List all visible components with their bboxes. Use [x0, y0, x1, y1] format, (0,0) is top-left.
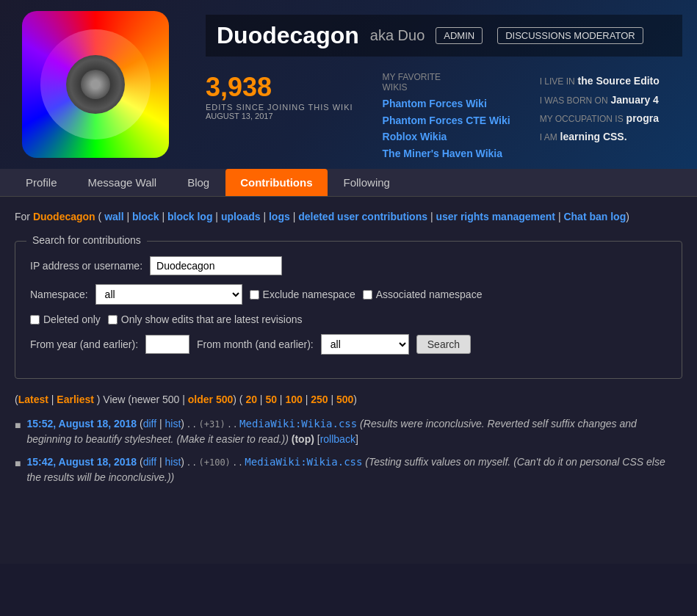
bullet-1: ■ [15, 418, 21, 433]
tab-following[interactable]: Following [329, 169, 405, 196]
latest-only-checkbox[interactable] [108, 315, 118, 325]
associated-namespace-label[interactable]: Associated namespace [363, 289, 483, 300]
earliest-link[interactable]: Earliest [57, 394, 94, 405]
aka-text: aka Duo [370, 27, 425, 44]
latest-only-label[interactable]: Only show edits that are latest revision… [108, 314, 303, 325]
for-label: For [15, 211, 30, 222]
from-year-input[interactable] [145, 335, 189, 354]
top-badge-1: (top) [292, 433, 314, 445]
link-deleted[interactable]: deleted user contributions [298, 211, 427, 222]
older-500-link[interactable]: older 500 [188, 394, 233, 405]
bio-born-label: I WAS BORN ON [540, 95, 608, 106]
links-row: For Duodecagon ( wall | block | block lo… [15, 208, 682, 226]
wiki-link-3[interactable]: Roblox Wikia [383, 128, 510, 145]
username-row: Duodecagon aka Duo ADMIN DISCUSSIONS MOD… [206, 15, 682, 57]
count-50-link[interactable]: 50 [265, 394, 277, 405]
namespace-label: Namespace: [30, 289, 88, 300]
admin-badge: ADMIN [436, 27, 483, 44]
link-user-rights[interactable]: user rights management [436, 211, 555, 222]
bio-occupation-value: progra [626, 112, 659, 124]
edits-date: AUGUST 13, 2017 [206, 112, 353, 120]
date-row: From year (and earlier): From month (and… [30, 334, 667, 355]
from-month-label: From month (and earlier): [197, 338, 314, 350]
content-area: For Duodecagon ( wall | block | block lo… [0, 197, 697, 564]
ip-input[interactable] [150, 256, 282, 275]
deleted-only-label[interactable]: Deleted only [30, 314, 101, 325]
link-logs[interactable]: logs [269, 211, 290, 222]
link-wall[interactable]: wall [104, 211, 123, 222]
edits-count: 3,938 [206, 72, 353, 103]
count-100-link[interactable]: 100 [285, 394, 302, 405]
results-list: ■ 15:52, August 18, 2018 (diff | hist) .… [15, 416, 682, 485]
bio-born-value: January 4 [610, 94, 658, 106]
wiki-link-4[interactable]: The Miner's Haven Wikia [383, 145, 510, 162]
associated-namespace-checkbox[interactable] [363, 290, 372, 300]
bio-iam: I AM learning CSS. [540, 128, 682, 146]
namespace-row: Namespace: all Exclude namespace Associa… [30, 284, 667, 305]
timestamp-2[interactable]: 15:42, August 18, 2018 [26, 456, 137, 468]
latest-only-text: Only show edits that are latest revision… [121, 314, 303, 325]
search-box-title: Search for contributions [26, 234, 147, 246]
file-link-2[interactable]: MediaWiki:Wikia.css [245, 456, 362, 468]
bio-live-label: I LIVE IN [540, 76, 575, 87]
associated-namespace-text: Associated namespace [376, 289, 483, 300]
diff-link-1[interactable]: diff [143, 418, 156, 430]
hist-link-2[interactable]: hist [165, 456, 181, 468]
username: Duodecagon [217, 22, 359, 49]
result-item-1: ■ 15:52, August 18, 2018 (diff | hist) .… [15, 416, 682, 447]
tab-profile[interactable]: Profile [11, 169, 72, 196]
wikis-label: MY FAVORITEWIKIS [383, 72, 441, 93]
link-block[interactable]: block [132, 211, 159, 222]
link-chat-ban[interactable]: Chat ban log [563, 211, 626, 222]
deleted-only-text: Deleted only [43, 314, 101, 325]
bio-live-value: the Source Edito [578, 75, 660, 87]
search-button[interactable]: Search [416, 335, 471, 354]
options-row: Deleted only Only show edits that are la… [30, 314, 667, 325]
link-uploads[interactable]: uploads [221, 211, 261, 222]
bio-live: I LIVE IN the Source Edito [540, 72, 682, 90]
bio-born: I WAS BORN ON January 4 [540, 91, 682, 109]
diff-num-1: (+31) [198, 419, 225, 430]
mod-badge: DISCUSSIONS MODERATOR [497, 27, 643, 44]
wiki-link-2[interactable]: Phantom Forces CTE Wiki [383, 112, 510, 128]
namespace-select[interactable]: all [95, 284, 242, 305]
file-link-1[interactable]: MediaWiki:Wikia.css [239, 418, 357, 430]
avatar-section [0, 0, 191, 169]
timestamp-1[interactable]: 15:52, August 18, 2018 [26, 418, 137, 430]
stats-row: 3,938 EDITS SINCE JOINING THIS WIKI AUGU… [206, 72, 682, 162]
exclude-namespace-label[interactable]: Exclude namespace [250, 289, 355, 300]
from-year-label: From year (and earlier): [30, 338, 138, 350]
tab-blog[interactable]: Blog [173, 169, 224, 196]
bio-occupation-label: MY OCCUPATION IS [540, 114, 624, 124]
count-500-link[interactable]: 500 [336, 394, 353, 405]
bullet-2: ■ [15, 456, 21, 471]
diff-num-2: (+100) [198, 457, 230, 468]
count-250-link[interactable]: 250 [311, 394, 328, 405]
ip-label: IP address or username: [30, 260, 142, 272]
wikis-section: MY FAVORITEWIKIS Phantom Forces Wiki Pha… [368, 72, 510, 162]
rollback-link-1[interactable]: rollback [320, 433, 355, 445]
link-block-log[interactable]: block log [167, 211, 212, 222]
edits-label: EDITS SINCE JOINING THIS WIKI [206, 103, 353, 112]
bio-iam-value: learning CSS. [560, 131, 627, 142]
from-month-select[interactable]: all January February March April May Jun… [321, 334, 409, 355]
count-20-link[interactable]: 20 [245, 394, 257, 405]
avatar [22, 11, 169, 158]
profile-info: Duodecagon aka Duo ADMIN DISCUSSIONS MOD… [191, 0, 697, 169]
result-text-1: 15:52, August 18, 2018 (diff | hist) . .… [26, 416, 682, 447]
diff-link-2[interactable]: diff [143, 456, 156, 468]
latest-link[interactable]: Latest [18, 394, 48, 405]
search-box: Search for contributions IP address or u… [15, 241, 682, 379]
tab-contributions[interactable]: Contributions [225, 169, 327, 196]
result-item-2: ■ 15:42, August 18, 2018 (diff | hist) .… [15, 454, 682, 485]
contributions-username-link[interactable]: Duodecagon [33, 211, 95, 222]
deleted-only-checkbox[interactable] [30, 315, 40, 325]
exclude-namespace-text: Exclude namespace [263, 289, 355, 300]
exclude-namespace-checkbox[interactable] [250, 290, 259, 300]
hist-link-1[interactable]: hist [165, 418, 181, 430]
bio-iam-label: I AM [540, 132, 557, 142]
tab-message-wall[interactable]: Message Wall [73, 169, 172, 196]
bio-section: I LIVE IN the Source Edito I WAS BORN ON… [525, 72, 682, 146]
wiki-link-1[interactable]: Phantom Forces Wiki [383, 95, 510, 112]
ip-row: IP address or username: [30, 256, 667, 275]
